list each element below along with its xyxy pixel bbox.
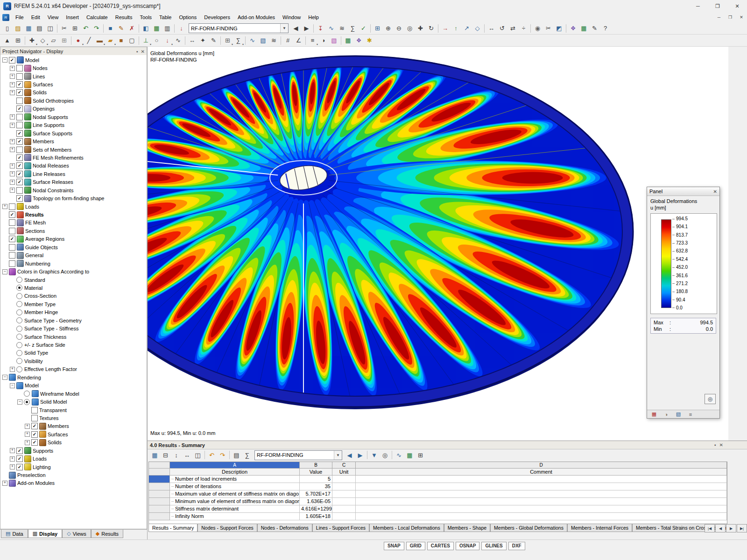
symbol-icon[interactable]: ✦ <box>197 35 208 46</box>
radio-button[interactable] <box>16 326 22 332</box>
plane-xy-icon[interactable]: ▱ <box>48 35 59 46</box>
checkbox[interactable] <box>16 65 23 71</box>
tree-item-line-supports[interactable]: +Line Supports <box>0 121 147 129</box>
checkbox[interactable]: ✓ <box>16 195 23 202</box>
mdi-minimize-button[interactable]: ─ <box>713 13 725 22</box>
menu-edit[interactable]: Edit <box>28 12 44 22</box>
column-letter-C[interactable]: C <box>332 462 356 469</box>
results-tab-lines-support-forces[interactable]: Lines - Support Forces <box>312 524 369 532</box>
results-tab-members-internal-forces[interactable]: Members - Internal Forces <box>567 524 632 532</box>
results-tab-members-global-deformations[interactable]: Members - Global Deformations <box>490 524 567 532</box>
smooth-results-icon[interactable]: ≋ <box>268 35 279 46</box>
tree-item-surface-releases[interactable]: +✓Surface Releases <box>0 178 147 186</box>
view-y-icon[interactable]: ↑ <box>451 23 461 34</box>
select-pointer-icon[interactable]: ▲ <box>2 35 13 46</box>
load-case-icon[interactable]: ↓ <box>176 23 187 34</box>
print-preview-icon[interactable]: ◫ <box>45 23 56 34</box>
next-table-button[interactable]: ▶ <box>726 524 736 532</box>
menu-view[interactable]: View <box>44 12 63 22</box>
tree-item-transparent[interactable]: Transparent <box>0 406 147 414</box>
expand-icon[interactable]: + <box>25 424 30 429</box>
checkbox[interactable] <box>9 252 15 259</box>
menu-add-on-modules[interactable]: Add-on Modules <box>234 12 279 22</box>
checkbox[interactable]: ✓ <box>16 105 23 112</box>
expand-icon[interactable]: + <box>10 123 15 128</box>
tree-item-surface-thickness[interactable]: Surface Thickness <box>0 333 147 341</box>
tree-item-preselection[interactable]: Preselection <box>0 471 147 479</box>
close-icon[interactable]: ✕ <box>719 442 723 448</box>
tree-item-standard[interactable]: Standard <box>0 276 147 284</box>
status-toggle-cartes[interactable]: CARTES <box>427 542 454 550</box>
clipping-plane-icon[interactable]: ✂ <box>543 23 554 34</box>
new-node-icon[interactable]: ●▾ <box>73 35 84 46</box>
menu-window[interactable]: Window <box>279 12 304 22</box>
edit-object-icon[interactable]: ✎ <box>116 23 127 34</box>
column-letter-B[interactable]: B <box>300 462 332 469</box>
radio-button[interactable] <box>16 277 22 283</box>
tree-item-openings[interactable]: ✓Openings <box>0 105 147 113</box>
rotate-object-icon[interactable]: ↺ <box>497 23 507 34</box>
results-members-icon[interactable]: ∿ <box>247 35 258 46</box>
new-hinge-icon[interactable]: ○ <box>151 35 162 46</box>
tree-item-nodal-releases[interactable]: +✓Nodal Releases <box>0 162 147 170</box>
nav-tab-views[interactable]: ◇Views <box>62 530 91 538</box>
checkbox[interactable] <box>16 187 23 194</box>
last-table-button[interactable]: ▶| <box>737 524 747 532</box>
table-calculator-icon[interactable]: ⊞ <box>415 450 426 461</box>
redo-icon[interactable]: ↷ <box>91 23 102 34</box>
tree-item-surface-type-stiffness[interactable]: Surface Type - Stiffness <box>0 324 147 332</box>
menu-tools[interactable]: Tools <box>136 12 155 22</box>
results-tab-nodes-support-forces[interactable]: Nodes - Support Forces <box>197 524 257 532</box>
zoom-out-icon[interactable]: ⊖ <box>394 23 404 34</box>
menu-insert[interactable]: Insert <box>62 12 83 22</box>
mdi-restore-button[interactable]: ❐ <box>725 13 736 22</box>
menu-help[interactable]: Help <box>304 12 323 22</box>
checkbox[interactable]: ✓ <box>16 89 23 96</box>
tree-item-lines[interactable]: +Lines <box>0 72 147 80</box>
isometric-view-icon[interactable]: ◇ <box>472 23 483 34</box>
radio-button[interactable] <box>16 301 22 307</box>
status-toggle-osnap[interactable]: OSNAP <box>456 542 480 550</box>
row-selector[interactable] <box>149 476 170 483</box>
tree-item--z-surface-side[interactable]: +/- z Surface Side <box>0 341 147 349</box>
tree-item-line-releases[interactable]: +✓Line Releases <box>0 170 147 178</box>
cut-icon[interactable]: ✂ <box>59 23 70 34</box>
checkbox[interactable]: ✓ <box>9 57 15 63</box>
results-table[interactable]: ABCDDescriptionValueUnitCommentNumber of… <box>148 462 727 524</box>
row-selector[interactable] <box>149 513 170 520</box>
help-icon[interactable]: ? <box>600 23 611 34</box>
numbering-toggle-icon[interactable]: # <box>282 35 293 46</box>
results-loadcase-combo[interactable]: RF-FORM-FINDING ▼ <box>254 450 342 460</box>
prev-table-icon[interactable]: ◀ <box>344 450 355 461</box>
tree-item-fe-mesh[interactable]: FE Mesh <box>0 219 147 227</box>
collapse-icon[interactable]: − <box>17 399 22 405</box>
generator-wizard-icon[interactable]: ✱ <box>364 35 375 46</box>
expand-icon[interactable]: + <box>10 180 15 185</box>
close-button[interactable]: ✕ <box>727 0 747 12</box>
snap-settings-icon[interactable]: ✚▾ <box>27 35 37 46</box>
menu-options[interactable]: Options <box>175 12 200 22</box>
results-surfaces-icon[interactable]: ▧ <box>258 35 268 46</box>
radio-button[interactable] <box>16 358 22 364</box>
pin-icon[interactable]: ▪ <box>714 442 716 448</box>
color-scale-icon[interactable]: ▧ <box>674 410 683 418</box>
radio-button[interactable] <box>16 285 22 291</box>
print-table-icon[interactable]: ▤ <box>231 450 242 461</box>
tree-item-colors-in-graphics-according-to[interactable]: −Colors in Graphics According to <box>0 267 147 275</box>
display-mode-icon[interactable]: ◑ <box>662 410 670 418</box>
excel-export-icon[interactable]: ▦ <box>343 35 353 46</box>
find-in-table-icon[interactable]: ◎ <box>380 450 390 461</box>
status-toggle-glines[interactable]: GLINES <box>481 542 506 550</box>
expand-icon[interactable]: + <box>2 481 7 486</box>
checkbox[interactable] <box>16 114 23 120</box>
chevron-down-icon[interactable]: ▼ <box>334 451 342 460</box>
tree-item-solid-orthotropies[interactable]: Solid Orthotropies <box>0 97 147 105</box>
results-tab-members-local-deformations[interactable]: Members - Local Deformations <box>369 524 444 532</box>
undo-icon[interactable]: ↶ <box>80 23 91 34</box>
expand-icon[interactable]: + <box>10 90 15 95</box>
tree-item-solid-type[interactable]: Solid Type <box>0 349 147 357</box>
copy-icon[interactable]: ⊞ <box>70 23 80 34</box>
tree-item-surfaces[interactable]: +✓Surfaces <box>0 80 147 88</box>
fe-mesh-icon[interactable]: ⊞▾ <box>222 35 233 46</box>
show-loads-icon[interactable]: ↧ <box>315 23 326 34</box>
